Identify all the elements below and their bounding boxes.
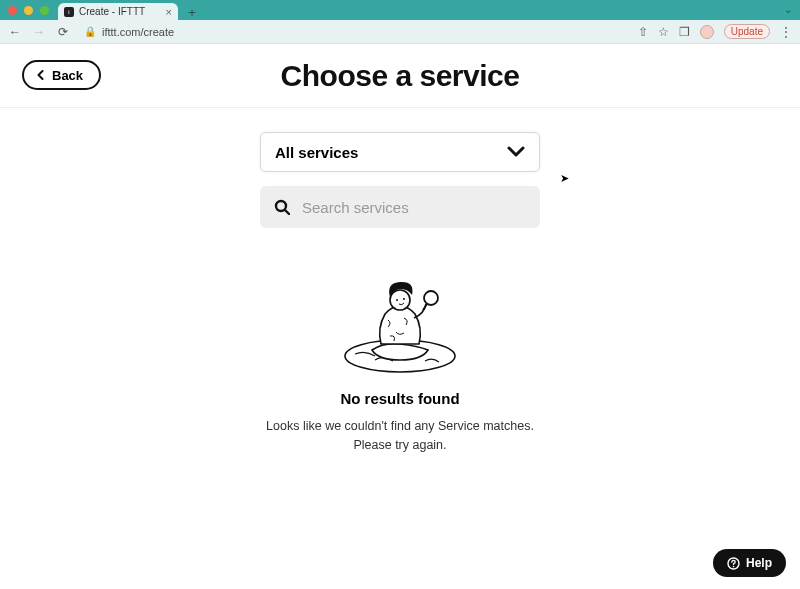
window-close-button[interactable] (8, 6, 17, 15)
search-input[interactable] (302, 199, 526, 216)
window-zoom-button[interactable] (40, 6, 49, 15)
help-button[interactable]: Help (713, 549, 786, 577)
svg-point-5 (403, 298, 405, 300)
toolbar-right: ⇧ ☆ ❐ Update ⋮ (638, 24, 792, 39)
page-header: Back Choose a service (0, 44, 800, 108)
back-button[interactable]: Back (22, 60, 101, 90)
empty-state-line1: Looks like we couldn't find any Service … (190, 417, 610, 436)
tab-title: Create - IFTTT (79, 6, 161, 17)
empty-state-illustration (330, 264, 470, 374)
browser-tabs: i Create - IFTTT × + (58, 3, 200, 20)
address-bar[interactable]: 🔒 ifttt.com/create (80, 26, 628, 38)
nav-back-button[interactable]: ← (8, 25, 22, 39)
menu-icon[interactable]: ⋮ (780, 25, 792, 39)
back-button-label: Back (52, 68, 83, 83)
help-label: Help (746, 556, 772, 570)
controls: All services (260, 132, 540, 228)
browser-update-button[interactable]: Update (724, 24, 770, 39)
window-minimize-button[interactable] (24, 6, 33, 15)
extensions-icon[interactable]: ❐ (679, 25, 690, 39)
os-titlebar: i Create - IFTTT × + ⌄ (0, 0, 800, 20)
svg-point-3 (390, 290, 410, 310)
bookmark-icon[interactable]: ☆ (658, 25, 669, 39)
svg-point-9 (733, 565, 735, 567)
browser-tab-active[interactable]: i Create - IFTTT × (58, 3, 178, 20)
empty-state-line2: Please try again. (190, 436, 610, 455)
window-controls (8, 6, 49, 15)
service-filter-dropdown[interactable]: All services (260, 132, 540, 172)
service-filter-selected: All services (275, 144, 358, 161)
nav-reload-button[interactable]: ⟳ (56, 25, 70, 39)
page-title: Choose a service (281, 59, 520, 93)
search-box[interactable] (260, 186, 540, 228)
mouse-cursor-icon: ➤ (560, 172, 569, 185)
new-tab-button[interactable]: + (184, 4, 200, 20)
lock-icon: 🔒 (84, 26, 96, 37)
empty-state-title: No results found (190, 390, 610, 407)
tab-close-icon[interactable]: × (166, 6, 172, 18)
browser-toolbar: ← → ⟳ 🔒 ifttt.com/create ⇧ ☆ ❐ Update ⋮ (0, 20, 800, 44)
svg-point-4 (396, 299, 398, 301)
chevron-down-icon (507, 146, 525, 158)
share-icon[interactable]: ⇧ (638, 25, 648, 39)
url-text: ifttt.com/create (102, 26, 174, 38)
tab-favicon-icon: i (64, 7, 74, 17)
window-dropdown-icon[interactable]: ⌄ (784, 4, 792, 15)
nav-forward-button[interactable]: → (32, 25, 46, 39)
help-icon (727, 557, 740, 570)
chevron-left-icon (36, 70, 46, 80)
svg-line-1 (285, 210, 289, 214)
svg-point-6 (424, 291, 438, 305)
search-icon (274, 199, 290, 215)
profile-avatar[interactable] (700, 25, 714, 39)
empty-state: No results found Looks like we couldn't … (190, 264, 610, 455)
page: Back Choose a service All services (0, 44, 800, 589)
